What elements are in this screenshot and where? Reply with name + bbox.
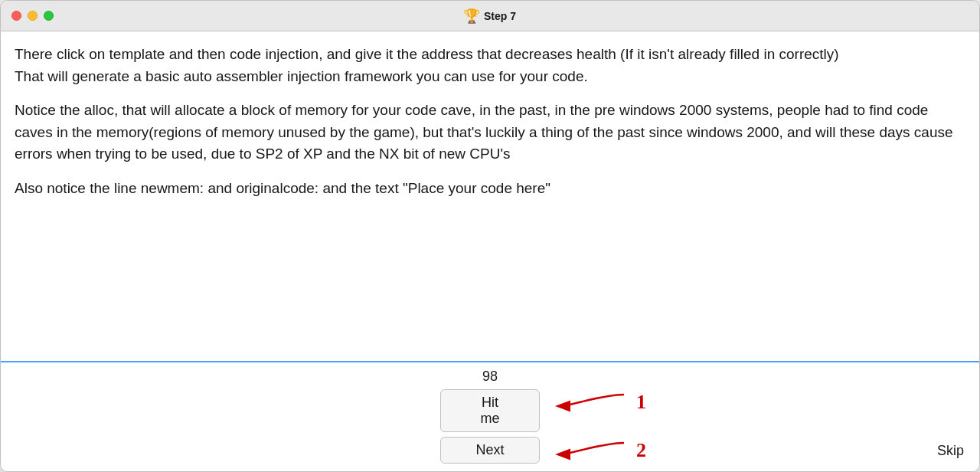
maximize-button[interactable]: [44, 11, 54, 21]
annotation-arrow-2: 2: [555, 439, 646, 462]
button-row: Hit me Next 1: [440, 389, 540, 464]
annotation-number-2: 2: [636, 439, 646, 462]
app-window: 🏆 Step 7 There click on template and the…: [0, 0, 980, 472]
minimize-button[interactable]: [28, 11, 38, 21]
hit-me-button[interactable]: Hit me: [440, 389, 540, 432]
window-title: 🏆 Step 7: [464, 8, 516, 24]
content-area: There click on template and then code in…: [1, 31, 979, 361]
close-button[interactable]: [11, 11, 21, 21]
title-bar: 🏆 Step 7: [1, 1, 979, 31]
annotation-number-1: 1: [636, 391, 646, 414]
paragraph-1: There click on template and then code in…: [15, 44, 965, 87]
title-label: Step 7: [484, 10, 516, 22]
app-icon: 🏆: [464, 8, 479, 24]
counter-display: 98: [482, 369, 498, 385]
bottom-bar: 98 Hit me Next 1: [1, 361, 979, 471]
paragraph-3: Also notice the line newmem: and origina…: [15, 178, 965, 200]
annotation-arrow-1: 1: [555, 391, 646, 414]
skip-button[interactable]: Skip: [937, 443, 964, 459]
traffic-lights: [11, 11, 54, 21]
scroll-content: There click on template and then code in…: [1, 31, 979, 361]
paragraph-2: Notice the alloc, that will allocate a b…: [15, 100, 965, 166]
next-button[interactable]: Next: [440, 437, 540, 464]
